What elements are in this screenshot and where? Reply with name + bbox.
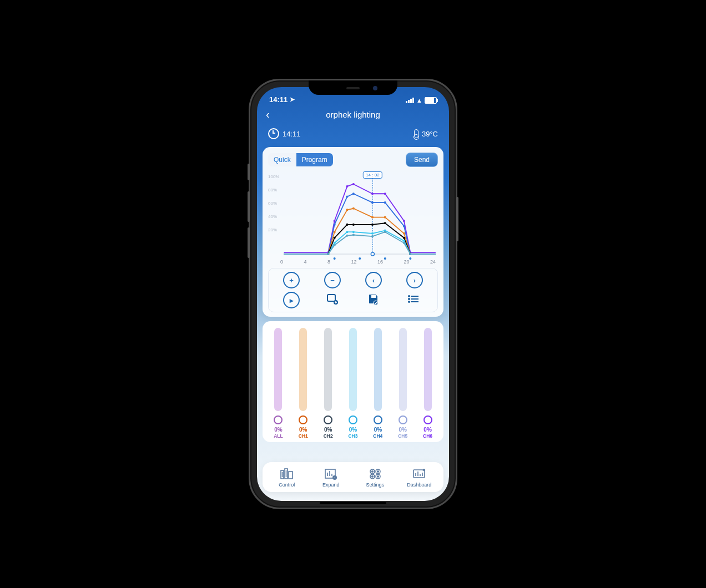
slider-track[interactable] <box>424 328 432 411</box>
svg-point-19 <box>371 201 374 204</box>
control-icon <box>280 468 294 480</box>
volume-up-button[interactable] <box>248 191 250 222</box>
mode-segmented-control[interactable]: Quick Program <box>268 153 333 166</box>
tab-quick[interactable]: Quick <box>268 153 296 166</box>
volume-down-button[interactable] <box>248 227 250 258</box>
nav-dashboard[interactable]: Dashboard <box>407 468 431 488</box>
slider-handle[interactable] <box>274 415 283 424</box>
svg-point-24 <box>334 231 336 233</box>
slider-track[interactable] <box>374 328 382 411</box>
svg-point-75 <box>377 471 379 473</box>
power-button[interactable] <box>456 197 458 241</box>
nav-expand-label: Expand <box>322 482 340 488</box>
slider-handle[interactable] <box>299 415 307 424</box>
nav-settings-label: Settings <box>366 482 384 488</box>
slider-label: CH2 <box>324 433 333 439</box>
svg-point-29 <box>403 232 405 235</box>
svg-point-40 <box>334 242 336 244</box>
nav-expand[interactable]: Expand <box>322 468 340 488</box>
channel-slider-all[interactable]: 0%ALL <box>274 328 283 439</box>
svg-point-69 <box>334 477 336 479</box>
back-button[interactable]: ‹ <box>266 108 270 121</box>
play-preview-button[interactable]: ▸ <box>283 292 300 308</box>
svg-point-52 <box>384 231 386 233</box>
slider-label: CH5 <box>398 433 407 439</box>
channel-slider-ch5[interactable]: 0%CH5 <box>398 328 407 439</box>
svg-point-28 <box>384 216 386 219</box>
svg-point-50 <box>352 234 355 236</box>
page-title: orphek lighting <box>326 110 380 119</box>
chart-x-ticks: 0 4 8 12 16 20 24 <box>280 259 436 265</box>
svg-point-43 <box>371 232 374 235</box>
slider-track[interactable] <box>324 328 332 411</box>
mute-switch[interactable] <box>248 164 250 180</box>
slider-handle[interactable] <box>399 415 407 424</box>
nav-control[interactable]: Control <box>279 468 295 488</box>
prev-point-button[interactable]: ‹ <box>365 272 382 288</box>
load-template-button[interactable] <box>325 292 340 306</box>
slider-track[interactable] <box>399 328 407 411</box>
settings-icon <box>368 468 382 480</box>
svg-point-74 <box>371 471 373 473</box>
schedule-chart[interactable]: 100% 80% 60% 40% 20% 14 : 02 0 4 8 12 16 <box>268 170 438 265</box>
slider-track[interactable] <box>349 328 357 411</box>
remove-point-button[interactable]: − <box>324 272 341 288</box>
svg-rect-55 <box>327 295 335 301</box>
svg-point-21 <box>403 225 405 227</box>
svg-rect-78 <box>413 470 425 478</box>
slider-handle[interactable] <box>374 415 382 424</box>
program-card: Quick Program Send 100% 80% 60% 40% 20% … <box>263 147 443 317</box>
svg-point-12 <box>384 192 386 195</box>
info-row: 14:11 39°C <box>257 125 449 147</box>
slider-label: CH1 <box>299 433 308 439</box>
channel-slider-ch1[interactable]: 0%CH1 <box>299 328 308 439</box>
svg-point-51 <box>371 235 374 237</box>
slider-handle[interactable] <box>349 415 357 424</box>
nav-settings[interactable]: Settings <box>366 468 384 488</box>
save-button-icon[interactable] <box>366 292 381 306</box>
channel-slider-ch6[interactable]: 0%CH6 <box>423 328 432 439</box>
slider-label: CH3 <box>348 433 357 439</box>
channel-slider-ch2[interactable]: 0%CH2 <box>324 328 333 439</box>
channel-slider-ch4[interactable]: 0%CH4 <box>373 328 382 439</box>
slider-handle[interactable] <box>423 415 432 424</box>
send-button[interactable]: Send <box>406 153 438 167</box>
wifi-icon: ▲ <box>416 97 422 104</box>
svg-point-20 <box>384 201 386 204</box>
svg-point-17 <box>346 195 348 197</box>
tab-program[interactable]: Program <box>296 153 333 166</box>
nav-control-label: Control <box>279 482 295 488</box>
svg-point-35 <box>371 224 374 226</box>
svg-point-47 <box>327 253 329 255</box>
svg-point-42 <box>352 231 355 233</box>
info-time: 14:11 <box>283 130 301 138</box>
slider-track[interactable] <box>274 328 282 411</box>
slider-label: CH6 <box>423 433 432 439</box>
svg-point-16 <box>334 224 336 226</box>
slider-value: 0% <box>374 427 382 433</box>
slider-value: 0% <box>349 427 357 433</box>
slider-handle[interactable] <box>324 415 332 424</box>
svg-point-45 <box>403 240 405 242</box>
slider-track[interactable] <box>299 328 307 411</box>
home-indicator[interactable] <box>320 502 386 504</box>
svg-point-9 <box>346 185 348 187</box>
svg-point-36 <box>384 222 386 224</box>
svg-point-33 <box>346 224 348 226</box>
svg-point-76 <box>371 476 373 478</box>
clock-icon <box>268 128 279 139</box>
channel-slider-ch3[interactable]: 0%CH3 <box>348 328 357 439</box>
list-button[interactable] <box>407 292 422 306</box>
slider-label: CH4 <box>373 433 382 439</box>
svg-point-37 <box>403 237 405 239</box>
svg-point-32 <box>334 237 336 239</box>
svg-point-77 <box>377 476 379 478</box>
channel-sliders: 0%ALL0%CH10%CH20%CH30%CH40%CH50%CH6 <box>263 321 443 442</box>
next-point-button[interactable]: › <box>406 272 423 288</box>
add-point-button[interactable]: + <box>283 272 300 288</box>
svg-point-13 <box>403 220 405 222</box>
chart-svg <box>268 170 438 266</box>
svg-point-34 <box>352 224 355 226</box>
svg-point-54 <box>409 253 411 255</box>
svg-point-41 <box>346 231 348 233</box>
